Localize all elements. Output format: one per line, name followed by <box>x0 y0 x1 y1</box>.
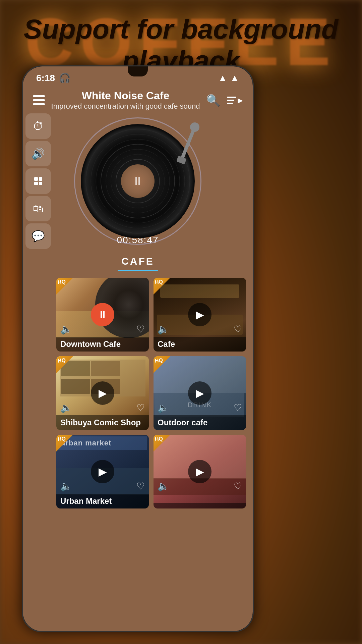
vinyl-container: ⏸ <box>74 117 201 245</box>
heart-icon-market[interactable]: ♡ <box>136 481 145 492</box>
app-header: White Noise Cafe Improved concentration … <box>23 86 253 114</box>
play-btn-icon-outdoor: ▶ <box>196 387 204 399</box>
app-subtitle: Improved concentration with good cafe so… <box>45 102 206 111</box>
hq-badge-text-market: HQ <box>57 436 66 442</box>
play-pause-btn-downtown[interactable]: ⏸ <box>91 303 114 326</box>
menu-button[interactable] <box>33 95 45 105</box>
status-time: 6:18 <box>36 73 55 84</box>
play-btn-icon-shibuya: ▶ <box>99 387 107 399</box>
card-label-cafe: Cafe <box>154 337 246 352</box>
sound-card-market[interactable]: urban market HQ 🔈 ▶ ♡ Urban Market <box>56 435 149 508</box>
svg-point-6 <box>116 159 160 203</box>
cafe-tab[interactable]: CAFE <box>23 256 253 271</box>
hq-badge-text-downtown: HQ <box>57 279 66 285</box>
phone-frame: 6:18 🎧 ▲ ▲ White Noise Cafe Improved con… <box>22 65 254 632</box>
sidebar-item-chat[interactable]: 💬 <box>25 223 51 249</box>
phone-screen: 6:18 🎧 ▲ ▲ White Noise Cafe Improved con… <box>23 66 253 631</box>
pause-btn-icon: ⏸ <box>97 309 108 321</box>
play-btn-market[interactable]: ▶ <box>91 460 114 483</box>
volume-icon-shibuya: 🔈 <box>60 402 72 413</box>
heart-icon-outdoor[interactable]: ♡ <box>234 402 242 413</box>
timer-icon: ⏱ <box>33 120 44 132</box>
hq-badge-text-shibuya: HQ <box>57 357 66 364</box>
play-btn-last[interactable]: ▶ <box>188 460 212 483</box>
hq-badge-text-last: HQ <box>155 436 163 442</box>
hq-badge-text-cafe: HQ <box>155 279 163 285</box>
sidebar-item-timer[interactable]: ⏱ <box>25 113 51 139</box>
sound-card-shibuya[interactable]: HQ 🔈 ▶ ♡ Shibuya Comic Shop <box>56 356 149 430</box>
search-button[interactable]: 🔍 <box>206 94 220 107</box>
play-btn-shibuya[interactable]: ▶ <box>91 381 114 405</box>
sidebar-item-shop[interactable]: 🛍 <box>25 196 51 221</box>
sound-grid: HQ 🔈 ⏸ ♡ Downtown Cafe HQ 🔈 ▶ <box>23 271 253 515</box>
card-label-market: Urban Market <box>56 494 149 508</box>
volume-icon-cafe: 🔈 <box>158 324 169 335</box>
playlist-button[interactable]: ▶ <box>227 94 243 107</box>
svg-point-3 <box>101 144 175 218</box>
app-title: White Noise Cafe <box>45 90 206 102</box>
volume-icon-outdoor: 🔈 <box>158 402 169 413</box>
vinyl-player-section: ⏸ 00:58:47 <box>23 117 253 249</box>
status-left: 6:18 🎧 <box>36 72 71 84</box>
svg-point-0 <box>86 129 190 233</box>
vinyl-disc[interactable]: ⏸ <box>81 124 195 238</box>
sound-icon: 🔊 <box>32 147 45 160</box>
svg-point-5 <box>111 154 165 208</box>
play-btn-cafe[interactable]: ▶ <box>188 303 212 326</box>
svg-point-4 <box>106 149 170 213</box>
card-label-shibuya: Shibuya Comic Shop <box>56 415 149 430</box>
volume-icon-market: 🔈 <box>60 481 72 492</box>
heart-icon-cafe[interactable]: ♡ <box>234 324 242 335</box>
signal-icon: ▲ <box>230 73 239 84</box>
play-btn-outdoor[interactable]: ▶ <box>188 381 212 405</box>
grid-icon <box>34 177 42 185</box>
vinyl-grooves <box>81 124 195 238</box>
sidebar-item-grid[interactable] <box>25 168 51 194</box>
sound-card-last[interactable]: HQ 🔈 ▶ ♡ <box>154 435 246 508</box>
card-label-downtown: Downtown Cafe <box>56 337 149 352</box>
sidebar-item-sound[interactable]: 🔊 <box>25 141 51 166</box>
heart-icon-shibuya[interactable]: ♡ <box>136 402 145 413</box>
card-label-outdoor: Outdoor cafe <box>154 415 246 430</box>
sound-card-cafe[interactable]: HQ 🔈 ▶ ♡ Cafe <box>154 278 246 352</box>
svg-point-1 <box>91 134 185 228</box>
heart-icon-downtown[interactable]: ♡ <box>136 324 145 335</box>
cafe-tab-label: CAFE <box>23 256 253 267</box>
card-label-last <box>154 503 246 508</box>
sound-card-downtown-cafe[interactable]: HQ 🔈 ⏸ ♡ Downtown Cafe <box>56 278 149 352</box>
svg-point-2 <box>96 139 180 223</box>
phone-notch <box>128 66 148 76</box>
sidebar: ⏱ 🔊 🛍 💬 <box>23 110 53 252</box>
status-right: ▲ ▲ <box>218 73 239 84</box>
header-icons: 🔍 ▶ <box>206 94 243 107</box>
play-btn-icon-cafe: ▶ <box>196 308 204 321</box>
hq-badge-text-outdoor: HQ <box>155 357 163 364</box>
headphone-icon: 🎧 <box>59 72 71 84</box>
play-btn-icon-market: ▶ <box>99 465 107 478</box>
sound-card-outdoor[interactable]: DRINK HQ 🔈 ▶ ♡ Outdoor cafe <box>154 356 246 430</box>
heart-icon-last[interactable]: ♡ <box>234 481 242 492</box>
play-btn-icon-last: ▶ <box>196 465 204 478</box>
shop-icon: 🛍 <box>33 203 44 215</box>
volume-icon-last: 🔈 <box>158 481 169 492</box>
wifi-icon: ▲ <box>218 73 228 84</box>
volume-icon-downtown: 🔈 <box>60 324 72 335</box>
header-title-area: White Noise Cafe Improved concentration … <box>45 90 206 111</box>
chat-icon: 💬 <box>32 230 45 243</box>
